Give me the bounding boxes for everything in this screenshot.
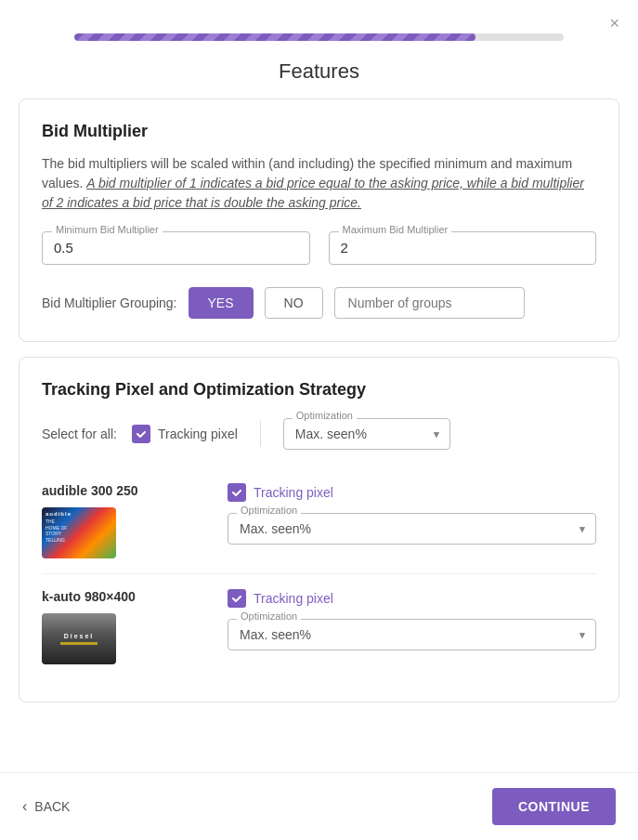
creative-name-0: audible 300 250	[42, 483, 209, 498]
back-label: BACK	[34, 799, 70, 814]
opt-label-1: Optimization	[237, 610, 301, 622]
creative-settings-1: Tracking pixel Optimization Max. seen% M…	[228, 589, 596, 650]
max-bid-group: Maximum Bid Multiplier	[329, 231, 597, 265]
tracking-check-row-0: Tracking pixel	[228, 483, 596, 502]
max-bid-label: Maximum Bid Multiplier	[339, 224, 452, 235]
opt-label-0: Optimization	[237, 505, 301, 516]
min-bid-group: Minimum Bid Multiplier	[42, 231, 310, 265]
bid-multiplier-inputs: Minimum Bid Multiplier Maximum Bid Multi…	[42, 231, 596, 265]
min-bid-label: Minimum Bid Multiplier	[52, 224, 163, 235]
page-title: Features	[0, 41, 638, 98]
back-button[interactable]: ‹ BACK	[22, 798, 70, 815]
optimization-label-all: Optimization	[293, 410, 357, 421]
opt-select-wrapper-0: Optimization Max. seen% Max. clicks ▼	[228, 513, 596, 545]
opt-select-wrapper-1: Optimization Max. seen% Max. clicks ▼	[228, 619, 596, 650]
select-all-row: Select for all: Tracking pixel Optimizat…	[42, 418, 596, 450]
opt-select-1[interactable]: Max. seen% Max. clicks	[228, 619, 596, 650]
tracking-title: Tracking Pixel and Optimization Strategy	[42, 380, 596, 400]
bid-multiplier-card: Bid Multiplier The bid multipliers will …	[19, 98, 619, 342]
groups-input[interactable]	[334, 287, 525, 319]
creative-info-1: k-auto 980×400 Diesel	[42, 589, 228, 664]
back-arrow-icon: ‹	[22, 798, 27, 815]
no-button[interactable]: NO	[265, 287, 323, 319]
tracking-pixel-checkbox[interactable]	[132, 425, 150, 443]
grouping-row: Bid Multiplier Grouping: YES NO	[42, 287, 596, 319]
creative-thumb-1: Diesel	[42, 613, 116, 664]
creative-name-1: k-auto 980×400	[42, 589, 209, 604]
min-bid-input[interactable]	[54, 240, 298, 256]
optimization-select-all[interactable]: Max. seen% Max. clicks Max. conversions	[283, 418, 450, 450]
bid-multiplier-description: The bid multipliers will be scaled withi…	[42, 154, 596, 213]
progress-bar-fill	[74, 33, 475, 41]
optimization-select-wrapper-all: Optimization Max. seen% Max. clicks Max.…	[283, 418, 450, 450]
tracking-card: Tracking Pixel and Optimization Strategy…	[19, 357, 619, 702]
tracking-pixel-checkbox-label[interactable]: Tracking pixel	[132, 425, 238, 443]
tracking-pixel-text: Tracking pixel	[158, 427, 238, 441]
opt-select-0[interactable]: Max. seen% Max. clicks	[228, 513, 596, 545]
tracking-check-text-1: Tracking pixel	[254, 591, 333, 606]
tracking-checkbox-1[interactable]	[228, 589, 246, 608]
creative-settings-0: Tracking pixel Optimization Max. seen% M…	[228, 483, 596, 545]
grouping-label: Bid Multiplier Grouping:	[42, 295, 177, 310]
yes-button[interactable]: YES	[189, 287, 254, 319]
select-all-label: Select for all:	[42, 427, 117, 441]
creative-row-1: k-auto 980×400 Diesel	[42, 574, 596, 679]
creative-info-0: audible 300 250 audible THEHOME OFSTORYT…	[42, 483, 228, 558]
tracking-check-text-0: Tracking pixel	[254, 485, 333, 500]
continue-button[interactable]: CONTINUE	[492, 788, 616, 825]
close-button[interactable]: ×	[609, 15, 619, 32]
progress-bar-container	[0, 0, 638, 41]
bid-multiplier-title: Bid Multiplier	[42, 122, 596, 141]
creative-row-0: audible 300 250 audible THEHOME OFSTORYT…	[42, 468, 596, 574]
max-bid-input[interactable]	[341, 240, 585, 256]
footer: ‹ BACK CONTINUE	[0, 772, 638, 840]
tracking-checkbox-0[interactable]	[228, 483, 246, 502]
progress-bar-track	[74, 33, 564, 41]
creative-thumb-0: audible THEHOME OFSTORYTELLING	[42, 507, 116, 558]
tracking-check-row-1: Tracking pixel	[228, 589, 596, 608]
content-area: Bid Multiplier The bid multipliers will …	[0, 98, 638, 772]
